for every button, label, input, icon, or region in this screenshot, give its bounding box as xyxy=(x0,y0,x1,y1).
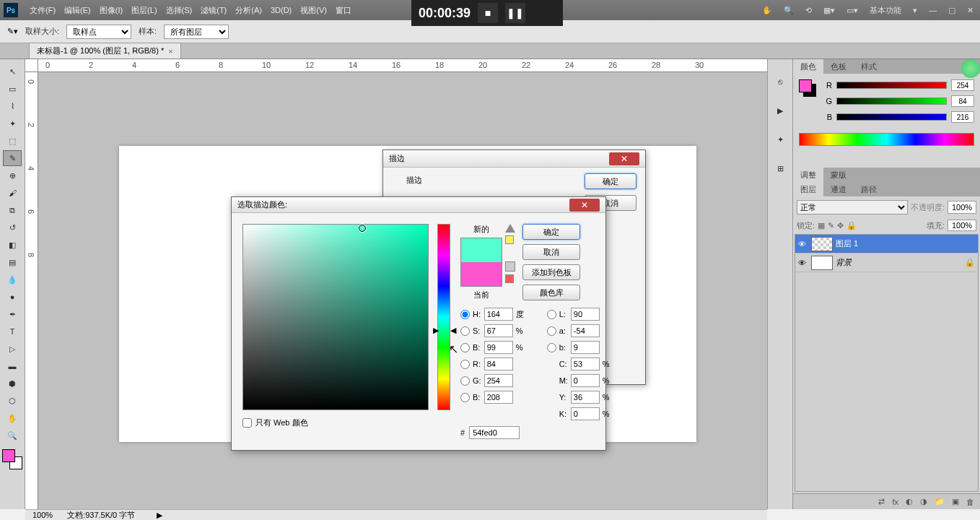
tab-mask[interactable]: 蒙版 xyxy=(823,168,854,182)
layer-thumb[interactable] xyxy=(811,256,833,270)
char-panel-icon[interactable]: ✦ xyxy=(772,131,788,147)
group-icon[interactable]: 📁 xyxy=(935,497,945,506)
trash-icon[interactable]: 🗑 xyxy=(966,498,974,506)
zoom-icon[interactable]: 🔍 xyxy=(781,6,797,15)
maximize-icon[interactable]: ▢ xyxy=(945,6,958,15)
input-k[interactable] xyxy=(571,407,600,420)
menu-edit[interactable]: 编辑(E) xyxy=(60,5,95,16)
history-panel-icon[interactable]: ⎋ xyxy=(772,74,788,90)
layer-thumb[interactable] xyxy=(811,237,833,251)
gamut-swatch[interactable] xyxy=(505,235,514,244)
radio-l[interactable] xyxy=(547,310,556,319)
chevron-down-icon[interactable]: ▾ xyxy=(910,6,920,15)
menu-3d[interactable]: 3D(D) xyxy=(266,6,296,14)
camera-tool[interactable]: ⬡ xyxy=(3,393,22,409)
lock-trans-icon[interactable]: ▦ xyxy=(818,221,825,230)
color-swatches[interactable] xyxy=(2,449,22,469)
picker-ok-button[interactable]: 确定 xyxy=(522,224,580,240)
mask-icon[interactable]: ◐ xyxy=(906,497,913,506)
blur-tool[interactable]: 💧 xyxy=(3,272,22,287)
panel-color-swatch[interactable] xyxy=(799,79,816,97)
foreground-color[interactable] xyxy=(2,449,15,462)
saturation-value-field[interactable] xyxy=(242,224,429,410)
stroke-ok-button[interactable]: 确定 xyxy=(585,173,636,189)
radio-bv[interactable] xyxy=(460,343,470,352)
radio-g[interactable] xyxy=(460,376,470,386)
history-brush-tool[interactable]: ↺ xyxy=(3,220,22,235)
blend-mode-select[interactable]: 正常 xyxy=(797,200,908,214)
eyedropper-tool[interactable]: ✎ xyxy=(3,150,22,166)
radio-s[interactable] xyxy=(460,326,470,336)
brush-tool[interactable]: 🖌 xyxy=(3,185,22,201)
fx-icon[interactable]: fx xyxy=(892,498,898,506)
wand-tool[interactable]: ✦ xyxy=(3,116,22,131)
hand-tool[interactable]: ✋ xyxy=(3,410,22,426)
websafe-swatch[interactable] xyxy=(505,274,514,283)
screen-icon[interactable]: ▭▾ xyxy=(844,6,861,15)
gamut-warning-icon[interactable] xyxy=(505,224,515,233)
layer-row[interactable]: 👁 背景 🔒 xyxy=(795,254,978,272)
input-l[interactable] xyxy=(571,308,600,321)
slider-g[interactable] xyxy=(836,98,947,105)
color-picker-close-button[interactable]: ✕ xyxy=(569,199,600,212)
adjust-icon[interactable]: ◑ xyxy=(920,497,927,506)
slider-b[interactable] xyxy=(836,113,947,121)
lock-pixels-icon[interactable]: ✎ xyxy=(828,221,834,230)
move-tool[interactable]: ↖ xyxy=(3,64,22,79)
marquee-tool[interactable]: ▭ xyxy=(3,81,22,97)
value-b[interactable] xyxy=(951,111,974,123)
tab-channels[interactable]: 通道 xyxy=(823,182,854,196)
pause-button[interactable]: ❚❚ xyxy=(505,3,525,23)
menu-image[interactable]: 图像(I) xyxy=(95,5,127,16)
visibility-icon[interactable]: 👁 xyxy=(798,240,808,248)
document-tab[interactable]: 未标题-1 @ 100% (图层 1, RGB/8) * × xyxy=(29,43,181,58)
color-library-button[interactable]: 颜色库 xyxy=(522,285,580,300)
stop-button[interactable]: ■ xyxy=(478,3,498,23)
menu-window[interactable]: 窗口 xyxy=(331,5,356,16)
link-icon[interactable]: ⇄ xyxy=(878,497,885,506)
opacity-input[interactable] xyxy=(948,201,976,214)
radio-a[interactable] xyxy=(547,326,556,336)
tab-styles[interactable]: 样式 xyxy=(854,59,884,74)
info-arrow-icon[interactable]: ▶ xyxy=(157,511,162,520)
lock-all-icon[interactable]: 🔒 xyxy=(846,221,857,230)
radio-bb[interactable] xyxy=(547,343,556,352)
current-color-swatch[interactable] xyxy=(461,262,502,286)
zoom-level[interactable]: 100% xyxy=(32,511,53,519)
sample-size-select[interactable]: 取样点 xyxy=(66,25,131,39)
value-r[interactable] xyxy=(951,79,974,91)
spectrum-bar[interactable] xyxy=(799,133,974,146)
tab-adjust[interactable]: 调整 xyxy=(793,168,823,182)
lock-pos-icon[interactable]: ✥ xyxy=(837,221,844,230)
add-swatch-button[interactable]: 添加到色板 xyxy=(522,264,580,280)
tab-swatches[interactable]: 色板 xyxy=(823,59,854,74)
crop-tool[interactable]: ⬚ xyxy=(3,133,22,149)
para-panel-icon[interactable]: ⊞ xyxy=(772,160,788,176)
actions-panel-icon[interactable]: ▶ xyxy=(772,103,788,118)
menu-file[interactable]: 文件(F) xyxy=(25,5,60,16)
input-a[interactable] xyxy=(571,324,600,337)
input-h[interactable] xyxy=(484,308,513,321)
new-layer-icon[interactable]: ▣ xyxy=(952,497,959,506)
web-only-checkbox[interactable] xyxy=(242,418,252,428)
menu-view[interactable]: 视图(V) xyxy=(296,5,331,16)
lasso-tool[interactable]: ⌇ xyxy=(3,98,22,114)
input-g[interactable] xyxy=(484,374,513,387)
radio-r[interactable] xyxy=(460,360,470,369)
cube-icon[interactable] xyxy=(505,261,515,272)
heal-tool[interactable]: ⊕ xyxy=(3,168,22,183)
menu-layer[interactable]: 图层(L) xyxy=(127,5,161,16)
stamp-tool[interactable]: ⧉ xyxy=(3,202,22,218)
doc-info[interactable]: 文档:937.5K/0 字节 xyxy=(67,510,135,521)
input-c[interactable] xyxy=(571,358,600,370)
hue-slider[interactable]: ▶◀ xyxy=(437,224,450,410)
radio-bc[interactable] xyxy=(460,393,470,402)
type-tool[interactable]: T xyxy=(3,324,22,339)
gradient-tool[interactable]: ▤ xyxy=(3,254,22,270)
arrange-icon[interactable]: ▦▾ xyxy=(821,6,838,15)
stroke-titlebar[interactable]: 描边 ✕ xyxy=(383,150,645,168)
workspace-menu[interactable]: 基本功能 xyxy=(867,5,904,16)
menu-select[interactable]: 选择(S) xyxy=(162,5,197,16)
dodge-tool[interactable]: ● xyxy=(3,289,22,305)
hex-input[interactable] xyxy=(469,426,520,439)
